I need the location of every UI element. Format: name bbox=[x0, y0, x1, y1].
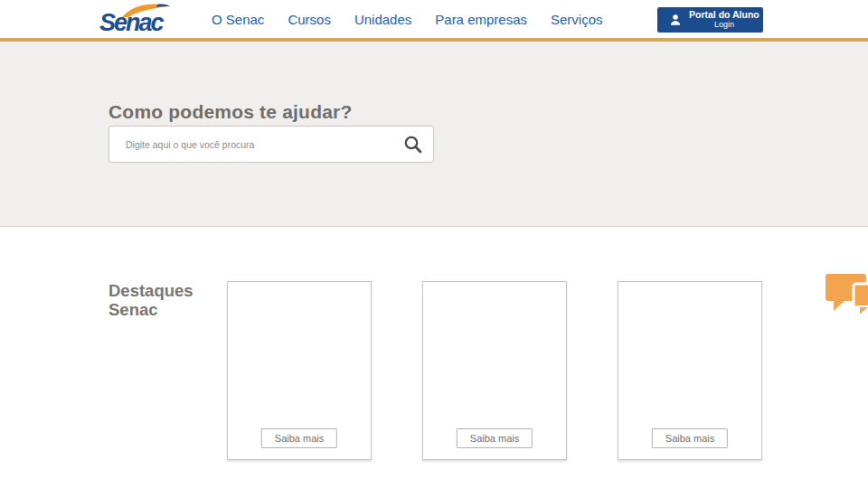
nav-item-unidades[interactable]: Unidades bbox=[354, 12, 411, 27]
highlights-title-line1: Destaques bbox=[108, 281, 193, 300]
highlight-card-image bbox=[618, 282, 761, 427]
chat-widget-button[interactable] bbox=[825, 273, 868, 316]
chat-bubbles-icon bbox=[825, 273, 868, 316]
nav-item-servicos[interactable]: Serviços bbox=[551, 12, 603, 27]
hero-search-section: Como podemos te ajudar? bbox=[0, 42, 868, 227]
saiba-mais-button[interactable]: Saiba mais bbox=[457, 428, 533, 448]
highlights-title-line2: Senac bbox=[108, 300, 193, 319]
search-box bbox=[108, 126, 434, 163]
saiba-mais-button[interactable]: Saiba mais bbox=[652, 428, 728, 448]
portal-login-button[interactable]: Portal do Aluno Login bbox=[657, 7, 763, 33]
search-input[interactable] bbox=[109, 127, 433, 162]
portal-button-text: Portal do Aluno Login bbox=[689, 10, 760, 29]
site-header: Senac O Senac Cursos Unidades Para empre… bbox=[0, 0, 868, 38]
highlight-card[interactable]: Saiba mais bbox=[618, 281, 762, 460]
highlight-card[interactable]: Saiba mais bbox=[227, 281, 372, 460]
search-icon bbox=[403, 135, 423, 155]
hero-heading: Como podemos te ajudar? bbox=[108, 101, 352, 123]
highlight-card-image bbox=[228, 282, 371, 427]
highlight-card-image bbox=[423, 282, 566, 427]
logo-text: Senac bbox=[99, 11, 163, 35]
page: Senac O Senac Cursos Unidades Para empre… bbox=[0, 0, 868, 488]
highlight-card[interactable]: Saiba mais bbox=[422, 281, 567, 460]
nav-item-para-empresas[interactable]: Para empresas bbox=[435, 12, 527, 27]
search-button[interactable] bbox=[401, 132, 426, 157]
highlights-title: Destaques Senac bbox=[108, 281, 193, 319]
main-nav: O Senac Cursos Unidades Para empresas Se… bbox=[212, 0, 603, 38]
user-icon bbox=[668, 13, 683, 27]
portal-button-sublabel: Login bbox=[714, 21, 734, 30]
senac-logo[interactable]: Senac bbox=[99, 2, 172, 38]
nav-item-cursos[interactable]: Cursos bbox=[288, 12, 331, 27]
nav-item-o-senac[interactable]: O Senac bbox=[212, 12, 264, 27]
saiba-mais-button[interactable]: Saiba mais bbox=[261, 428, 337, 448]
